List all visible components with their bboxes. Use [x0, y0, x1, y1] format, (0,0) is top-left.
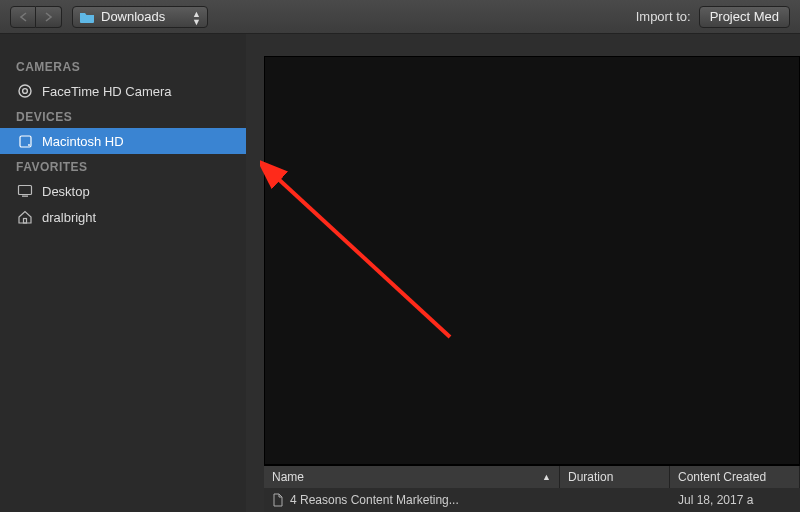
section-heading-devices: DEVICES — [0, 104, 246, 128]
forward-button[interactable] — [36, 6, 62, 28]
preview-pane — [264, 56, 800, 465]
import-to-label: Import to: — [636, 9, 691, 24]
camera-icon — [16, 83, 34, 99]
col-header-created[interactable]: Content Created — [670, 466, 800, 488]
sidebar-item-facetime-camera[interactable]: FaceTime HD Camera — [0, 78, 246, 104]
file-table: Name ▲ Duration Content Created 4 Reason… — [264, 465, 800, 512]
nav-buttons — [10, 6, 62, 28]
updown-icon: ▲▼ — [192, 10, 201, 26]
sidebar-item-label: dralbright — [42, 210, 96, 225]
table-row[interactable]: 4 Reasons Content Marketing... Jul 18, 2… — [264, 488, 800, 512]
toolbar: Downloads ▲▼ Import to: Project Med — [0, 0, 800, 34]
table-header: Name ▲ Duration Content Created — [264, 466, 800, 488]
svg-point-3 — [28, 144, 30, 146]
sidebar-item-label: Desktop — [42, 184, 90, 199]
hdd-icon — [16, 134, 34, 149]
folder-icon — [79, 11, 95, 23]
file-created: Jul 18, 2017 a — [670, 493, 800, 507]
path-label: Downloads — [101, 9, 165, 24]
svg-line-7 — [274, 175, 450, 337]
sidebar-item-macintosh-hd[interactable]: Macintosh HD — [0, 128, 246, 154]
svg-point-0 — [19, 85, 31, 97]
annotation-arrow — [260, 157, 480, 357]
sidebar-item-label: FaceTime HD Camera — [42, 84, 172, 99]
file-name: 4 Reasons Content Marketing... — [290, 493, 459, 507]
sort-asc-icon: ▲ — [542, 472, 551, 482]
import-target-dropdown[interactable]: Project Med — [699, 6, 790, 28]
svg-rect-4 — [19, 186, 32, 195]
sidebar-item-desktop[interactable]: Desktop — [0, 178, 246, 204]
svg-rect-5 — [22, 196, 28, 197]
section-heading-cameras: CAMERAS — [0, 54, 246, 78]
desktop-icon — [16, 184, 34, 198]
import-target-label: Project Med — [710, 9, 779, 24]
col-header-duration[interactable]: Duration — [560, 466, 670, 488]
svg-point-1 — [23, 89, 28, 94]
document-icon — [272, 493, 284, 507]
section-heading-favorites: FAVORITES — [0, 154, 246, 178]
home-icon — [16, 210, 34, 224]
content-area: Name ▲ Duration Content Created 4 Reason… — [246, 34, 800, 512]
sidebar-item-home[interactable]: dralbright — [0, 204, 246, 230]
sidebar-item-label: Macintosh HD — [42, 134, 124, 149]
back-button[interactable] — [10, 6, 36, 28]
path-dropdown[interactable]: Downloads ▲▼ — [72, 6, 208, 28]
sidebar: CAMERAS FaceTime HD Camera DEVICES Macin… — [0, 34, 246, 512]
svg-rect-6 — [24, 219, 27, 224]
col-header-name[interactable]: Name ▲ — [264, 466, 560, 488]
main: CAMERAS FaceTime HD Camera DEVICES Macin… — [0, 34, 800, 512]
